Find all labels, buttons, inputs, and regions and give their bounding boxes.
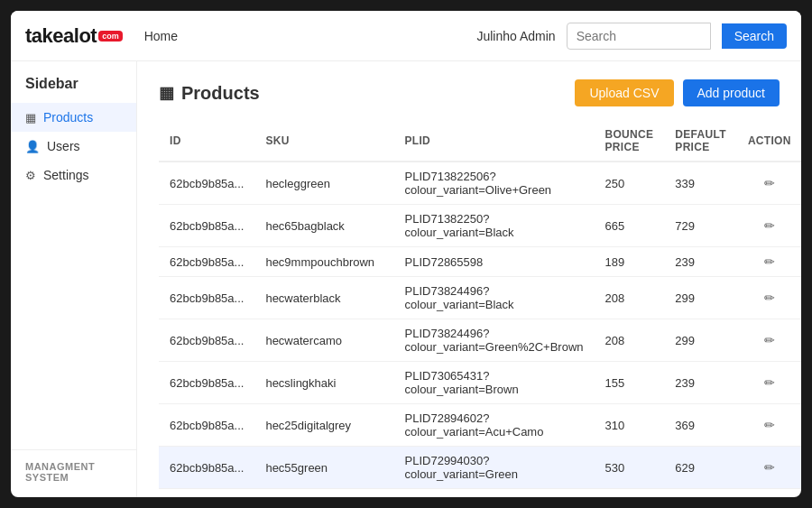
cell-sku: hecwatercamo (254, 319, 393, 362)
cell-plid: PLID72994030?colour_variant=Green (394, 447, 595, 489)
add-product-button[interactable]: Add product (683, 79, 780, 106)
cell-sku: hec55green (254, 447, 393, 489)
cell-action[interactable]: ✏ (737, 205, 801, 247)
cell-plid: PLID73065431?colour_variant=Brown (394, 362, 595, 404)
cell-plid: PLID73824496?colour_variant=Green%2C+Bro… (394, 319, 595, 362)
cell-bounce: 250 (595, 162, 665, 205)
sidebar-section: Managment System (11, 449, 136, 483)
table-row: 62bcb9b85a... hec25digitalgrey PLID72894… (159, 404, 801, 447)
table-row: 62bcb9b85a... heclunch1moon PLID73822397… (159, 489, 801, 498)
cell-default: 239 (664, 247, 737, 277)
cell-sku: hecwaterblack (254, 277, 393, 319)
table-row: 62bcb9b85a... hecwatercamo PLID73824496?… (159, 319, 801, 362)
cell-sku: hec65bagblack (254, 205, 393, 247)
upload-csv-button[interactable]: Upload CSV (575, 79, 673, 106)
edit-icon[interactable]: ✏ (764, 418, 775, 432)
cell-plid: PLID713822506?colour_variant=Olive+Green (394, 162, 595, 205)
col-header-id: ID (159, 121, 254, 162)
cell-plid: PLID72865598 (394, 247, 595, 277)
cell-sku: hec9mmpouchbrown (254, 247, 393, 277)
cell-bounce: 189 (595, 247, 665, 277)
table-row: 62bcb9b85a... hec9mmpouchbrown PLID72865… (159, 247, 801, 277)
col-header-bounce: BOUNCE PRICE (595, 121, 665, 162)
body-area: Sidebar ▦ Products 👤 Users ⚙ Settings Ma… (11, 61, 801, 497)
search-button[interactable]: Search (722, 23, 787, 49)
cell-bounce: 115 (595, 489, 665, 498)
col-header-plid: PLID (394, 121, 595, 162)
cell-id: 62bcb9b85a... (159, 362, 254, 404)
logo-text: takealot (25, 24, 97, 48)
cell-bounce: 665 (595, 205, 665, 247)
sidebar-title: Sidebar (11, 76, 136, 103)
table-header: ID SKU PLID BOUNCE PRICE DEFAULT PRICE A… (159, 121, 801, 162)
cell-default: 299 (664, 277, 737, 319)
table-body: 62bcb9b85a... hecleggreen PLID713822506?… (159, 162, 801, 497)
cell-id: 62bcb9b85a... (159, 489, 254, 498)
cell-action[interactable]: ✏ (737, 489, 801, 498)
page-title: ▦ Products (159, 83, 575, 104)
cell-id: 62bcb9b85a... (159, 247, 254, 277)
settings-icon: ⚙ (25, 169, 36, 182)
sidebar-section-title: Managment System (25, 461, 122, 483)
cell-id: 62bcb9b85a... (159, 319, 254, 362)
search-input[interactable] (567, 23, 711, 50)
cell-sku: hecleggreen (254, 162, 393, 205)
col-header-default: DEFAULT PRICE (664, 121, 737, 162)
cell-plid: PLID71382250?colour_variant=Black (394, 205, 595, 247)
table-row: 62bcb9b85a... hecleggreen PLID713822506?… (159, 162, 801, 205)
sidebar-item-products[interactable]: ▦ Products (11, 103, 136, 132)
cell-default: 629 (664, 447, 737, 489)
cell-id: 62bcb9b85a... (159, 205, 254, 247)
sidebar-item-users-label: Users (47, 139, 80, 153)
edit-icon[interactable]: ✏ (764, 333, 775, 347)
sidebar-item-users[interactable]: 👤 Users (11, 132, 136, 161)
header: takealotcom Home Julinho Admin Search (11, 11, 801, 61)
cell-plid: PLID73824496?colour_variant=Black (394, 277, 595, 319)
edit-icon[interactable]: ✏ (764, 176, 775, 190)
content-header: ▦ Products Upload CSV Add product (159, 79, 780, 106)
sidebar-item-products-label: Products (43, 110, 93, 125)
cell-bounce: 530 (595, 447, 665, 489)
cell-default: 729 (664, 205, 737, 247)
cell-bounce: 208 (595, 277, 665, 319)
cell-plid: PLID72894602?colour_variant=Acu+Camo (394, 404, 595, 447)
user-name: Julinho Admin (476, 29, 555, 43)
cell-sku: hecslingkhaki (254, 362, 393, 404)
nav-home-link[interactable]: Home (144, 29, 178, 43)
cell-action[interactable]: ✏ (737, 362, 801, 404)
col-header-action: ACTION (737, 121, 801, 162)
cell-id: 62bcb9b85a... (159, 277, 254, 319)
cell-default: 299 (664, 319, 737, 362)
cell-id: 62bcb9b85a... (159, 404, 254, 447)
cell-sku: heclunch1moon (254, 489, 393, 498)
table-row: 62bcb9b85a... hec55green PLID72994030?co… (159, 447, 801, 489)
col-header-sku: SKU (254, 121, 393, 162)
cell-sku: hec25digitalgrey (254, 404, 393, 447)
edit-icon[interactable]: ✏ (764, 254, 775, 269)
cell-default: 239 (664, 362, 737, 404)
edit-icon[interactable]: ✏ (764, 460, 775, 475)
cell-default: 369 (664, 404, 737, 447)
cell-action[interactable]: ✏ (737, 319, 801, 362)
logo-badge: com (98, 31, 123, 42)
users-icon: 👤 (25, 140, 40, 153)
cell-plid: PLID73822397?colour_variant=galaxy (394, 489, 595, 498)
sidebar: Sidebar ▦ Products 👤 Users ⚙ Settings Ma… (11, 61, 137, 497)
edit-icon[interactable]: ✏ (764, 375, 775, 390)
logo: takealotcom (25, 24, 123, 48)
sidebar-item-settings[interactable]: ⚙ Settings (11, 161, 136, 189)
cell-action[interactable]: ✏ (737, 447, 801, 489)
edit-icon[interactable]: ✏ (764, 218, 775, 233)
cell-action[interactable]: ✏ (737, 162, 801, 205)
cell-action[interactable]: ✏ (737, 277, 801, 319)
cell-action[interactable]: ✏ (737, 247, 801, 277)
table-row: 62bcb9b85a... hecwaterblack PLID73824496… (159, 277, 801, 319)
page-title-text: Products (181, 83, 260, 104)
cell-bounce: 155 (595, 362, 665, 404)
edit-icon[interactable]: ✏ (764, 291, 775, 305)
table-row: 62bcb9b85a... hecslingkhaki PLID73065431… (159, 362, 801, 404)
cell-default: 149 (664, 489, 737, 498)
products-table: ID SKU PLID BOUNCE PRICE DEFAULT PRICE A… (159, 121, 801, 497)
cell-action[interactable]: ✏ (737, 404, 801, 447)
cell-id: 62bcb9b85a... (159, 447, 254, 489)
